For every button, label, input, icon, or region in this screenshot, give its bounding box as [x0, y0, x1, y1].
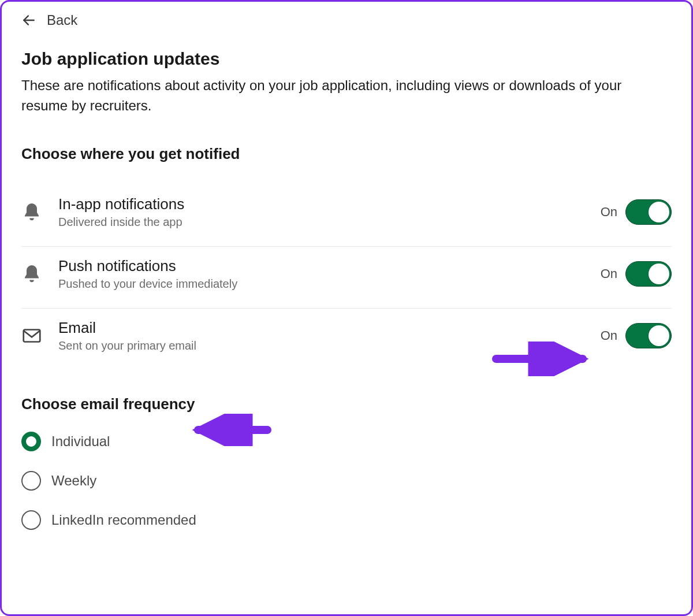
toggle-push[interactable]: [625, 261, 672, 287]
bell-icon: [21, 264, 58, 284]
svg-rect-1: [24, 329, 40, 342]
notification-title: Push notifications: [58, 257, 601, 275]
notification-row-in-app: In-app notifications Delivered inside th…: [21, 185, 672, 247]
radio-weekly[interactable]: Weekly: [21, 471, 672, 491]
radio-linkedin-recommended[interactable]: LinkedIn recommended: [21, 510, 672, 530]
radio-label: Weekly: [51, 473, 96, 489]
page-description: These are notifications about activity o…: [21, 76, 657, 116]
toggle-state-label: On: [601, 205, 617, 220]
notification-title: Email: [58, 319, 601, 337]
radio-label: LinkedIn recommended: [51, 512, 196, 528]
bell-icon: [21, 202, 58, 222]
radio-individual[interactable]: Individual: [21, 432, 672, 451]
toggle-in-app[interactable]: [625, 199, 672, 225]
radio-icon: [21, 510, 41, 530]
back-label: Back: [47, 12, 77, 28]
arrow-left-icon: [21, 13, 36, 28]
settings-panel: Back Job application updates These are n…: [0, 0, 693, 616]
toggle-email[interactable]: [625, 323, 672, 348]
notification-subtitle: Pushed to your device immediately: [58, 277, 601, 291]
notification-subtitle: Delivered inside the app: [58, 216, 601, 229]
radio-icon: [21, 471, 41, 491]
page-title: Job application updates: [21, 49, 672, 69]
toggle-state-label: On: [601, 328, 617, 343]
toggle-state-label: On: [601, 266, 617, 281]
envelope-icon: [21, 325, 58, 346]
back-button[interactable]: Back: [21, 12, 672, 28]
notification-title: In-app notifications: [58, 195, 601, 213]
notification-subtitle: Sent on your primary email: [58, 339, 601, 352]
frequency-section-title: Choose email frequency: [21, 395, 672, 413]
notification-row-email: Email Sent on your primary email On: [21, 309, 672, 370]
notify-section-title: Choose where you get notified: [21, 145, 672, 163]
radio-label: Individual: [51, 433, 110, 450]
notification-row-push: Push notifications Pushed to your device…: [21, 247, 672, 309]
radio-icon: [21, 432, 41, 451]
